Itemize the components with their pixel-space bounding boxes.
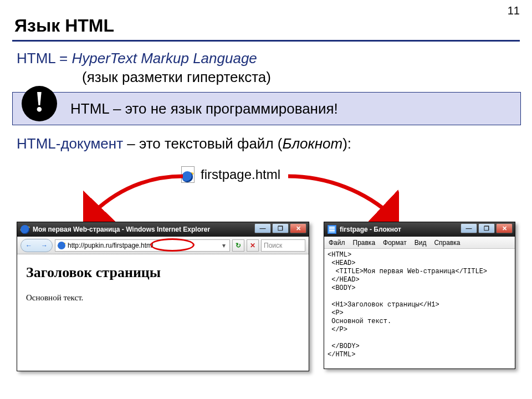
arrow-right-icon bbox=[283, 172, 399, 227]
menu-view[interactable]: Вид bbox=[415, 239, 427, 247]
refresh-button[interactable]: ↻ bbox=[232, 239, 244, 252]
nav-buttons[interactable]: ← → bbox=[21, 239, 53, 252]
menu-help[interactable]: Справка bbox=[434, 239, 460, 247]
notepad-icon bbox=[328, 225, 336, 234]
page-paragraph: Основной текст. bbox=[26, 293, 300, 303]
browser-titlebar: Моя первая Web-страница - Windows Intern… bbox=[17, 222, 309, 237]
back-icon: ← bbox=[25, 242, 32, 249]
menu-format[interactable]: Формат bbox=[383, 239, 407, 247]
maximize-button[interactable]: ❐ bbox=[272, 223, 289, 233]
notepad-menubar: Файл Правка Формат Вид Справка bbox=[324, 237, 515, 249]
browser-window: Моя первая Web-страница - Windows Intern… bbox=[17, 222, 309, 371]
minimize-button[interactable]: — bbox=[461, 223, 477, 233]
maximize-button[interactable]: ❐ bbox=[478, 223, 495, 233]
definition-prefix: HTML = bbox=[17, 50, 71, 66]
file-reference: firstpage.html bbox=[180, 166, 280, 183]
ie-icon bbox=[21, 225, 29, 234]
doc-line-close: ): bbox=[342, 135, 351, 152]
notepad-content[interactable]: <HTML> <HEAD> <TITLE>Моя первая Web-стра… bbox=[324, 249, 515, 369]
notepad-titlebar: firstpage - Блокнот — ❐ ✕ bbox=[324, 222, 515, 237]
doc-line-term: HTML-документ bbox=[17, 135, 123, 152]
exclamation-icon: ! bbox=[22, 86, 57, 121]
minimize-button[interactable]: — bbox=[254, 223, 271, 233]
arrow-left-icon bbox=[83, 172, 188, 227]
page-heading: Заголовок страницы bbox=[26, 264, 300, 281]
callout-text: HTML – это не язык программирования! bbox=[70, 100, 338, 117]
ie-favicon-icon bbox=[58, 242, 65, 249]
document-description: HTML-документ – это текстовый файл (Блок… bbox=[17, 135, 351, 152]
stop-button[interactable]: ✕ bbox=[247, 239, 259, 252]
page-number: 11 bbox=[508, 4, 520, 17]
menu-edit[interactable]: Правка bbox=[353, 239, 376, 247]
url-text: http://pupkin.ru/firstpage.html bbox=[68, 242, 218, 249]
doc-line-mid: – это текстовый файл ( bbox=[123, 135, 282, 152]
notepad-window: firstpage - Блокнот — ❐ ✕ Файл Правка Фо… bbox=[324, 222, 515, 369]
browser-title-text: Моя первая Web-страница - Windows Intern… bbox=[33, 226, 210, 233]
close-button[interactable]: ✕ bbox=[496, 223, 513, 233]
doc-line-app: Блокнот bbox=[282, 135, 342, 152]
title-underline bbox=[12, 40, 520, 42]
browser-content: Заголовок страницы Основной текст. bbox=[17, 254, 309, 371]
definition-english: HyperText Markup Language bbox=[71, 50, 257, 66]
browser-toolbar: ← → http://pupkin.ru/firstpage.html ▾ ↻ … bbox=[17, 237, 309, 254]
address-bar[interactable]: http://pupkin.ru/firstpage.html ▾ bbox=[55, 239, 230, 252]
search-placeholder: Поиск bbox=[264, 242, 282, 249]
callout-box: ! HTML – это не язык программирования! bbox=[12, 92, 521, 125]
address-dropdown-icon[interactable]: ▾ bbox=[221, 242, 227, 249]
close-button[interactable]: ✕ bbox=[290, 223, 306, 233]
slide-title: Язык HTML bbox=[14, 16, 114, 36]
notepad-title-text: firstpage - Блокнот bbox=[340, 226, 401, 233]
file-name: firstpage.html bbox=[201, 167, 280, 182]
forward-icon: → bbox=[41, 242, 48, 249]
definition-line-1: HTML = HyperText Markup Language bbox=[17, 50, 257, 67]
definition-line-2: (язык разметки гипертекста) bbox=[82, 69, 271, 86]
menu-file[interactable]: Файл bbox=[329, 239, 345, 247]
search-box[interactable]: Поиск bbox=[261, 239, 305, 252]
